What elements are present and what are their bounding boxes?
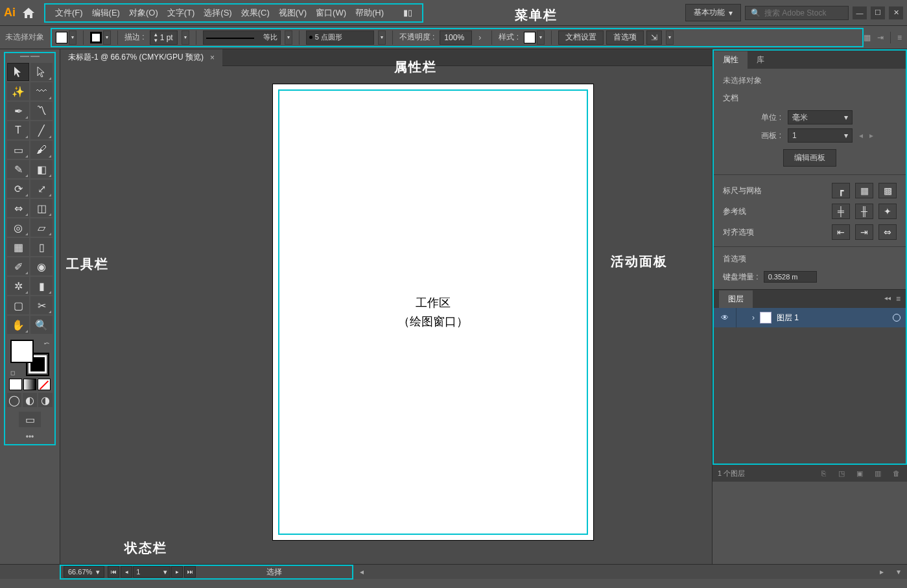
chevron-down-icon[interactable]: ▾ (103, 30, 111, 45)
canvas[interactable]: 工作区 （绘图窗口） (60, 66, 712, 564)
type-tool[interactable]: T (7, 121, 29, 139)
stroke-weight-dd[interactable]: ▾ (182, 30, 189, 45)
document-tab[interactable]: 未标题-1 @ 66.67% (CMYK/GPU 预览) × (60, 49, 222, 66)
tab-layers[interactable]: 图层 (719, 290, 753, 308)
width-tool[interactable]: ⇔ (7, 199, 29, 217)
arrange-docs-icon[interactable]: ▮▯ (399, 8, 417, 18)
free-transform-tool[interactable]: ◫ (30, 199, 53, 217)
graphic-style-swatch[interactable]: ▾ (524, 30, 545, 45)
eraser-tool[interactable]: ◧ (30, 160, 53, 178)
ruler-icon[interactable]: ┏ (832, 183, 850, 198)
stock-search-input[interactable] (764, 8, 849, 18)
opacity-fly-icon[interactable]: › (478, 33, 481, 42)
opacity-field[interactable]: 100% (440, 30, 472, 45)
preferences-button[interactable]: 首选项 (606, 30, 644, 45)
window-minimize-icon[interactable]: — (853, 6, 867, 19)
menu-select[interactable]: 选择(S) (199, 7, 236, 19)
rectangle-tool[interactable]: ▭ (7, 141, 29, 159)
draw-inside-icon[interactable]: ◑ (38, 393, 53, 407)
stepper-icon[interactable]: ▴▾ (154, 32, 158, 43)
artboard[interactable]: 工作区 （绘图窗口） (273, 84, 593, 540)
next-artboard-icon[interactable]: ▸ (869, 131, 873, 140)
menu-edit[interactable]: 编辑(E) (88, 7, 124, 19)
delete-layer-icon[interactable]: 🗑 (890, 467, 902, 479)
new-sublayer-icon[interactable]: ▣ (854, 467, 866, 479)
layer-row[interactable]: 👁 › 图层 1 (714, 308, 906, 327)
tab-properties[interactable]: 属性 (714, 51, 748, 69)
screen-mode-icon[interactable]: ▭ (19, 412, 41, 427)
scroll-right-icon[interactable]: ▸ (880, 567, 884, 576)
snap-pixel-icon[interactable]: ⇤ (832, 224, 850, 240)
zoom-dropdown[interactable]: 66.67%▾ (64, 566, 104, 578)
workspace-switcher[interactable]: 基本功能 ▾ (685, 4, 741, 21)
artboard-nav-dropdown[interactable]: 1▾ (133, 566, 171, 578)
close-tab-icon[interactable]: × (210, 53, 215, 62)
artboard-dropdown[interactable]: 1▾ (788, 128, 853, 143)
snap-point-icon[interactable]: ⇥ (855, 224, 873, 240)
last-artboard-icon[interactable]: ⏭ (184, 566, 196, 578)
status-tool-label[interactable]: 选择 (196, 567, 352, 578)
visibility-icon[interactable]: 👁 (719, 313, 731, 322)
stock-search[interactable]: 🔍 (745, 6, 849, 20)
selection-tool[interactable] (7, 63, 29, 81)
window-maximize-icon[interactable]: ☐ (871, 6, 885, 19)
grid-icon[interactable]: ▦ (855, 183, 873, 198)
snap-grid-icon[interactable]: ⇔ (878, 224, 897, 240)
tab-libraries[interactable]: 库 (748, 51, 773, 69)
menu-effect[interactable]: 效果(C) (237, 7, 274, 19)
align-icon[interactable]: ▦ (864, 33, 871, 42)
draw-normal-icon[interactable]: ◯ (7, 393, 21, 407)
color-mode-solid[interactable] (9, 379, 22, 390)
symbol-sprayer-tool[interactable]: ✲ (7, 277, 29, 295)
gradient-tool[interactable]: ▯ (30, 238, 53, 256)
pin-icon[interactable]: ⇲ (646, 30, 662, 45)
chevron-down-icon[interactable]: ▾ (378, 30, 386, 45)
chevron-down-icon[interactable]: ▾ (285, 30, 292, 45)
transparency-grid-icon[interactable]: ▩ (878, 183, 897, 198)
guides-lock-icon[interactable]: ╫ (855, 204, 873, 219)
doc-setup-button[interactable]: 文档设置 (558, 30, 604, 45)
fill-box[interactable] (10, 340, 34, 363)
slice-tool[interactable]: ✂ (30, 296, 53, 314)
magic-wand-tool[interactable]: ✨ (7, 82, 29, 100)
draw-behind-icon[interactable]: ◐ (23, 393, 37, 407)
brush-definition-dd[interactable]: 5 点圆形 (306, 30, 374, 45)
stroke-swatch[interactable]: ▾ (90, 30, 111, 45)
direct-selection-tool[interactable] (30, 63, 53, 81)
scroll-left-icon[interactable]: ◂ (360, 567, 364, 576)
scale-tool[interactable]: ⤢ (30, 180, 53, 198)
column-graph-tool[interactable]: ▮ (30, 277, 53, 295)
next-artboard-icon[interactable]: ▸ (171, 566, 183, 578)
first-artboard-icon[interactable]: ⏮ (108, 566, 119, 578)
paintbrush-tool[interactable]: 🖌 (30, 141, 53, 159)
stroke-weight-field[interactable]: ▴▾ 1 pt (150, 30, 178, 45)
unit-dropdown[interactable]: 毫米▾ (788, 110, 853, 124)
perspective-grid-tool[interactable]: ▱ (30, 218, 53, 237)
menu-object[interactable]: 对象(O) (124, 7, 163, 19)
zoom-tool[interactable]: 🔍 (30, 316, 53, 334)
new-layer-icon[interactable]: ▥ (872, 467, 884, 479)
menu-window[interactable]: 窗口(W) (311, 7, 351, 19)
prev-artboard-icon[interactable]: ◂ (121, 566, 132, 578)
panel-collapse-icon[interactable]: ◂◂ (884, 294, 891, 303)
default-fill-stroke-icon[interactable]: ◻ (10, 370, 15, 376)
lasso-tool[interactable]: 〰 (30, 82, 53, 100)
hand-tool[interactable]: ✋ (7, 316, 29, 334)
home-icon[interactable] (21, 5, 36, 21)
layer-name[interactable]: 图层 1 (777, 312, 799, 323)
panel-menu-icon[interactable]: ≡ (896, 294, 901, 303)
align-options-icon[interactable]: ⇥ (877, 33, 884, 42)
width-profile-dd[interactable]: 等比 (203, 30, 281, 45)
chevron-down-icon[interactable]: ▾ (537, 30, 545, 45)
rotate-tool[interactable]: ⟳ (7, 180, 29, 198)
list-icon[interactable]: ≡ (897, 33, 902, 42)
color-mode-gradient[interactable] (23, 379, 36, 390)
chevron-down-icon[interactable]: ▾ (69, 30, 77, 45)
line-segment-tool[interactable]: ╱ (30, 121, 53, 139)
menu-help[interactable]: 帮助(H) (351, 7, 388, 19)
edit-artboard-button[interactable]: 编辑画板 (783, 149, 836, 167)
curvature-tool[interactable]: 〽 (30, 102, 53, 120)
eyedropper-tool[interactable]: ✐ (7, 257, 29, 276)
pen-tool[interactable]: ✒ (7, 102, 29, 120)
target-icon[interactable] (893, 314, 901, 322)
